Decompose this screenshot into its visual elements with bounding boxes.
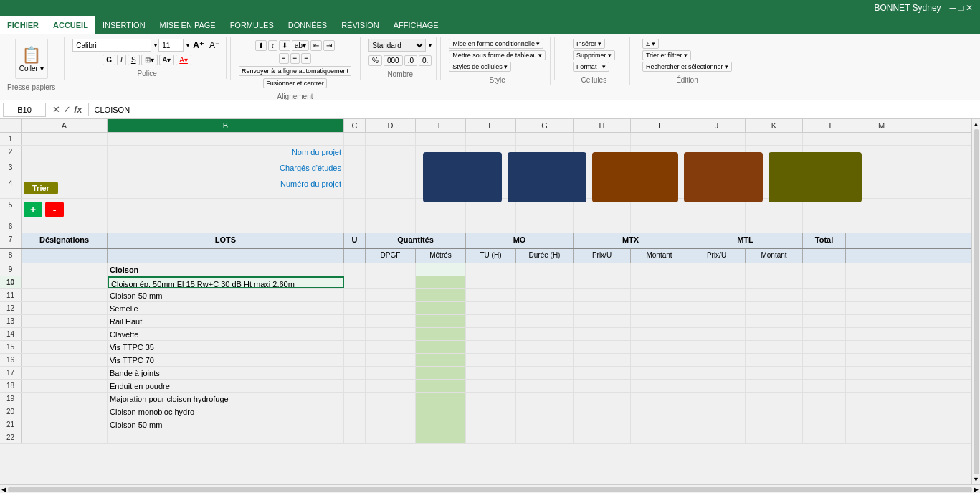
number-format-select[interactable]: Standard Nombre Monnaie Comptabilité Dat… [368, 39, 426, 52]
cell-c10[interactable] [344, 276, 366, 288]
cell-j1[interactable] [688, 133, 746, 145]
scroll-thumb-h[interactable] [8, 487, 972, 492]
cell-b21[interactable]: Cloison 50 mm [108, 418, 344, 431]
cell-a1[interactable] [22, 133, 108, 145]
scroll-up-button[interactable]: ▲ [973, 121, 979, 128]
indent-decrease-button[interactable]: ⇤ [310, 40, 322, 51]
cell-j7[interactable]: MTL [688, 233, 803, 248]
cell-f1[interactable] [466, 133, 516, 145]
horizontal-scrollbar[interactable]: ◀ ▶ [0, 484, 980, 493]
cell-b7[interactable]: LOTS [108, 233, 344, 248]
cell-h11[interactable] [574, 289, 631, 301]
cell-g10[interactable] [516, 276, 574, 288]
insert-button[interactable]: Insérer ▾ [573, 39, 606, 49]
cell-b19[interactable]: Majoration pour cloison hydrofuge [108, 393, 344, 405]
cell-l8[interactable] [803, 249, 846, 263]
vertical-scrollbar[interactable]: ▲ ▼ [971, 119, 980, 484]
cell-m6[interactable] [860, 220, 903, 233]
font-family-dropdown[interactable]: ▾ [154, 42, 157, 49]
align-middle-button[interactable]: ↕ [268, 40, 277, 51]
col-header-k[interactable]: K [746, 119, 803, 132]
fill-color-button[interactable]: A▾ [159, 55, 175, 65]
menu-accueil[interactable]: ACCUEIL [46, 16, 95, 34]
cell-i11[interactable] [631, 289, 688, 301]
cell-k10[interactable] [746, 276, 803, 288]
cell-c1[interactable] [344, 133, 366, 145]
cell-k9[interactable] [746, 263, 803, 276]
cell-d3[interactable] [366, 161, 416, 177]
cell-m4[interactable] [860, 177, 903, 198]
italic-button[interactable]: I [117, 55, 126, 65]
cell-c9[interactable] [344, 263, 366, 276]
cell-i8[interactable]: Montant [631, 249, 688, 263]
increase-decimal-button[interactable]: .0 [404, 55, 417, 66]
cell-f9[interactable] [466, 263, 516, 276]
merge-center-button[interactable]: Fusionner et centrer [263, 78, 327, 88]
cell-h10[interactable] [574, 276, 631, 288]
cell-d10[interactable] [366, 276, 416, 288]
cell-b10[interactable]: Cloison ép. 50mm El 15 Rw+C 30 dB Ht max… [108, 276, 344, 288]
cell-d8[interactable]: DPGF [366, 249, 416, 263]
cell-d1[interactable] [366, 133, 416, 145]
menu-formules[interactable]: FORMULES [223, 16, 281, 34]
col-header-b[interactable]: B [108, 119, 344, 132]
cell-e8[interactable]: Métrés [416, 249, 466, 263]
cell-a4[interactable]: Trier [22, 177, 108, 198]
indent-increase-button[interactable]: ⇥ [323, 40, 335, 51]
cell-l10[interactable] [803, 276, 846, 288]
col-header-h[interactable]: H [574, 119, 631, 132]
cell-f8[interactable]: TU (H) [466, 249, 516, 263]
cell-d4[interactable] [366, 177, 416, 198]
cell-h9[interactable] [574, 263, 631, 276]
cell-a5[interactable]: + - [22, 199, 108, 220]
cell-a11[interactable] [22, 289, 108, 301]
col-header-m[interactable]: M [860, 119, 903, 132]
align-bottom-button[interactable]: ⬇ [279, 40, 290, 51]
cell-a7[interactable]: Désignations [22, 233, 108, 248]
underline-button[interactable]: S [128, 55, 140, 65]
col-header-e[interactable]: E [416, 119, 466, 132]
col-header-a[interactable]: A [22, 119, 108, 132]
cell-reference-box[interactable] [3, 103, 46, 117]
cell-c8[interactable] [344, 249, 366, 263]
cell-c2[interactable] [344, 146, 366, 161]
cell-b12[interactable]: Semelle [108, 302, 344, 314]
formula-input[interactable] [92, 105, 977, 114]
font-family-input[interactable] [72, 39, 151, 52]
align-left-button[interactable]: ≡ [279, 53, 289, 64]
cell-d9[interactable] [366, 263, 416, 276]
col-header-c[interactable]: C [344, 119, 366, 132]
thousands-button[interactable]: 000 [384, 55, 403, 66]
border-button[interactable]: ⊞▾ [141, 55, 158, 65]
bold-button[interactable]: G [103, 55, 115, 65]
affecter-ressources-button[interactable] [592, 152, 678, 202]
confirm-formula-icon[interactable]: ✓ [63, 104, 71, 115]
delete-button[interactable]: Supprimer ▾ [573, 50, 615, 60]
scroll-right-button[interactable]: ▶ [974, 486, 979, 493]
trier-button[interactable]: Trier [24, 182, 58, 194]
cell-j8[interactable]: Prix/U [688, 249, 746, 263]
cell-j9[interactable] [688, 263, 746, 276]
cell-g9[interactable] [516, 263, 574, 276]
col-header-f[interactable]: F [466, 119, 516, 132]
cell-a10[interactable] [22, 276, 108, 288]
cell-b8[interactable] [108, 249, 344, 263]
cell-g1[interactable] [516, 133, 574, 145]
col-header-i[interactable]: I [631, 119, 688, 132]
cell-c7[interactable]: U [344, 233, 366, 248]
supprimer-ligne-button[interactable] [508, 152, 586, 202]
menu-mise-en-page[interactable]: MISE EN PAGE [153, 16, 223, 34]
plus-button[interactable]: + [24, 202, 42, 217]
cell-b4[interactable]: Numéro du projet [108, 177, 344, 198]
percent-button[interactable]: % [368, 55, 382, 66]
cell-e11[interactable] [416, 289, 466, 301]
cell-b6[interactable] [108, 220, 344, 233]
sort-filter-button[interactable]: Trier et filtrer ▾ [642, 50, 691, 60]
cell-f7[interactable]: MO [466, 233, 574, 248]
sum-button[interactable]: Σ ▾ [642, 39, 659, 49]
cell-a6[interactable] [22, 220, 108, 233]
cell-h1[interactable] [574, 133, 631, 145]
conditional-format-button[interactable]: Mise en forme conditionnelle ▾ [449, 39, 543, 49]
cell-f6[interactable] [466, 220, 516, 233]
col-header-d[interactable]: D [366, 119, 416, 132]
